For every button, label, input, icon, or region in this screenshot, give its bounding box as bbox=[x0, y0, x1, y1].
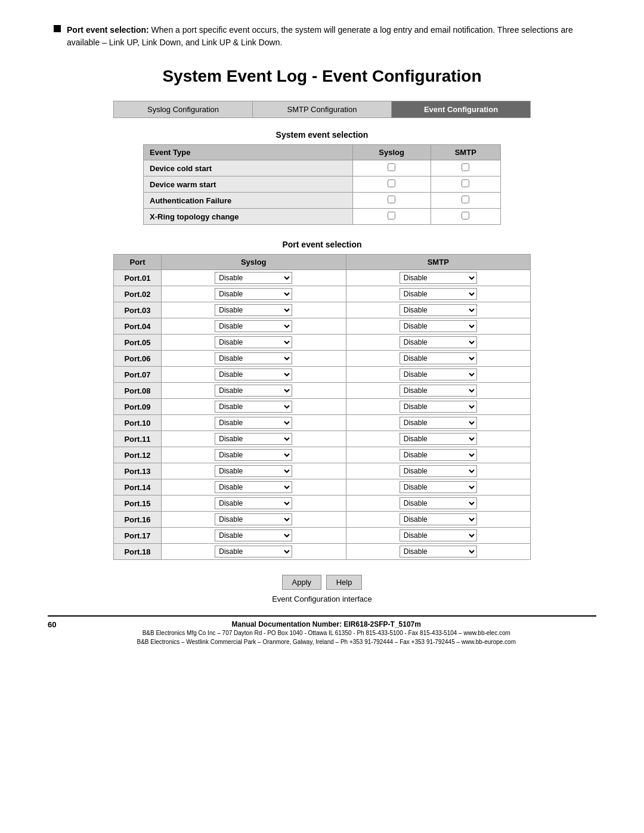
port-syslog-select[interactable]: DisableLink UPLink DownLink UP & Link Do… bbox=[215, 497, 292, 509]
port-smtp-cell: DisableLink UPLink DownLink UP & Link Do… bbox=[346, 431, 531, 447]
table-row: Port.02 DisableLink UPLink DownLink UP &… bbox=[114, 286, 531, 302]
port-syslog-select[interactable]: DisableLink UPLink DownLink UP & Link Do… bbox=[215, 336, 292, 348]
port-smtp-cell: DisableLink UPLink DownLink UP & Link Do… bbox=[346, 528, 531, 544]
table-row: Authentication Failure bbox=[144, 193, 501, 209]
port-smtp-cell: DisableLink UPLink DownLink UP & Link Do… bbox=[346, 286, 531, 302]
port-label: Port.02 bbox=[114, 286, 162, 302]
port-smtp-cell: DisableLink UPLink DownLink UP & Link Do… bbox=[346, 496, 531, 512]
port-syslog-cell: DisableLink UPLink DownLink UP & Link Do… bbox=[162, 286, 346, 302]
table-row: X-Ring topology change bbox=[144, 209, 501, 225]
tab-event-config[interactable]: Event Configuration bbox=[392, 101, 530, 117]
syslog-checkbox[interactable] bbox=[388, 196, 395, 203]
port-smtp-select[interactable]: DisableLink UPLink DownLink UP & Link Do… bbox=[400, 401, 477, 413]
port-label: Port.17 bbox=[114, 528, 162, 544]
help-button[interactable]: Help bbox=[326, 575, 363, 590]
syslog-checkbox[interactable] bbox=[388, 163, 395, 171]
port-smtp-select[interactable]: DisableLink UPLink DownLink UP & Link Do… bbox=[400, 352, 477, 364]
port-smtp-select[interactable]: DisableLink UPLink DownLink UP & Link Do… bbox=[400, 417, 477, 429]
table-row: Port.07 DisableLink UPLink DownLink UP &… bbox=[114, 367, 531, 383]
port-syslog-cell: DisableLink UPLink DownLink UP & Link Do… bbox=[162, 367, 346, 383]
port-syslog-select[interactable]: DisableLink UPLink DownLink UP & Link Do… bbox=[215, 272, 292, 284]
port-smtp-select[interactable]: DisableLink UPLink DownLink UP & Link Do… bbox=[400, 497, 477, 509]
port-syslog-cell: DisableLink UPLink DownLink UP & Link Do… bbox=[162, 399, 346, 415]
port-smtp-select[interactable]: DisableLink UPLink DownLink UP & Link Do… bbox=[400, 272, 477, 284]
port-syslog-select[interactable]: DisableLink UPLink DownLink UP & Link Do… bbox=[215, 481, 292, 493]
port-label: Port.08 bbox=[114, 383, 162, 399]
port-smtp-select[interactable]: DisableLink UPLink DownLink UP & Link Do… bbox=[400, 449, 477, 461]
port-syslog-col-header: Syslog bbox=[162, 255, 346, 270]
system-event-table: Event Type Syslog SMTP Device cold start… bbox=[143, 144, 501, 225]
port-label: Port.04 bbox=[114, 318, 162, 335]
port-smtp-cell: DisableLink UPLink DownLink UP & Link Do… bbox=[346, 383, 531, 399]
port-syslog-select[interactable]: DisableLink UPLink DownLink UP & Link Do… bbox=[215, 529, 292, 541]
syslog-checkbox[interactable] bbox=[388, 179, 395, 187]
port-syslog-cell: DisableLink UPLink DownLink UP & Link Do… bbox=[162, 463, 346, 479]
buttons-area: Apply Help bbox=[48, 575, 596, 590]
port-smtp-select[interactable]: DisableLink UPLink DownLink UP & Link Do… bbox=[400, 288, 477, 300]
port-syslog-select[interactable]: DisableLink UPLink DownLink UP & Link Do… bbox=[215, 352, 292, 364]
tab-syslog[interactable]: Syslog Configuration bbox=[114, 101, 253, 117]
intro-text: Port event selection: When a port specif… bbox=[67, 24, 596, 49]
port-smtp-select[interactable]: DisableLink UPLink DownLink UP & Link Do… bbox=[400, 385, 477, 397]
smtp-checkbox[interactable] bbox=[462, 212, 469, 219]
table-row: Device warm start bbox=[144, 176, 501, 193]
syslog-checkbox-cell bbox=[352, 209, 431, 225]
event-type-label: Device warm start bbox=[144, 176, 353, 193]
port-smtp-cell: DisableLink UPLink DownLink UP & Link Do… bbox=[346, 318, 531, 335]
port-syslog-select[interactable]: DisableLink UPLink DownLink UP & Link Do… bbox=[215, 546, 292, 558]
port-smtp-select[interactable]: DisableLink UPLink DownLink UP & Link Do… bbox=[400, 368, 477, 380]
footer-address-2: B&B Electronics – Westlink Commercial Pa… bbox=[56, 637, 596, 646]
port-syslog-select[interactable]: DisableLink UPLink DownLink UP & Link Do… bbox=[215, 368, 292, 380]
table-row: Port.11 DisableLink UPLink DownLink UP &… bbox=[114, 431, 531, 447]
table-row: Port.18 DisableLink UPLink DownLink UP &… bbox=[114, 544, 531, 560]
port-smtp-select[interactable]: DisableLink UPLink DownLink UP & Link Do… bbox=[400, 304, 477, 316]
smtp-checkbox[interactable] bbox=[462, 179, 469, 187]
port-syslog-select[interactable]: DisableLink UPLink DownLink UP & Link Do… bbox=[215, 449, 292, 461]
port-syslog-select[interactable]: DisableLink UPLink DownLink UP & Link Do… bbox=[215, 320, 292, 332]
port-syslog-select[interactable]: DisableLink UPLink DownLink UP & Link Do… bbox=[215, 385, 292, 397]
port-syslog-cell: DisableLink UPLink DownLink UP & Link Do… bbox=[162, 415, 346, 431]
port-syslog-select[interactable]: DisableLink UPLink DownLink UP & Link Do… bbox=[215, 401, 292, 413]
port-smtp-select[interactable]: DisableLink UPLink DownLink UP & Link Do… bbox=[400, 481, 477, 493]
smtp-checkbox-cell bbox=[431, 209, 501, 225]
syslog-col-header: Syslog bbox=[352, 145, 431, 160]
port-syslog-cell: DisableLink UPLink DownLink UP & Link Do… bbox=[162, 318, 346, 335]
port-smtp-cell: DisableLink UPLink DownLink UP & Link Do… bbox=[346, 415, 531, 431]
event-type-label: Authentication Failure bbox=[144, 193, 353, 209]
bullet-icon bbox=[54, 25, 61, 32]
port-label: Port.15 bbox=[114, 496, 162, 512]
port-syslog-select[interactable]: DisableLink UPLink DownLink UP & Link Do… bbox=[215, 417, 292, 429]
smtp-checkbox[interactable] bbox=[462, 196, 469, 203]
table-row: Port.08 DisableLink UPLink DownLink UP &… bbox=[114, 383, 531, 399]
table-row: Port.06 DisableLink UPLink DownLink UP &… bbox=[114, 351, 531, 367]
port-smtp-select[interactable]: DisableLink UPLink DownLink UP & Link Do… bbox=[400, 433, 477, 445]
event-type-label: Device cold start bbox=[144, 160, 353, 176]
intro-bold-label: Port event selection: bbox=[67, 25, 149, 35]
port-syslog-select[interactable]: DisableLink UPLink DownLink UP & Link Do… bbox=[215, 433, 292, 445]
footer-address-1: B&B Electronics Mfg Co Inc – 707 Dayton … bbox=[56, 628, 596, 637]
syslog-checkbox[interactable] bbox=[388, 212, 395, 219]
smtp-checkbox[interactable] bbox=[462, 163, 469, 171]
port-syslog-select[interactable]: DisableLink UPLink DownLink UP & Link Do… bbox=[215, 513, 292, 525]
port-smtp-select[interactable]: DisableLink UPLink DownLink UP & Link Do… bbox=[400, 320, 477, 332]
port-smtp-cell: DisableLink UPLink DownLink UP & Link Do… bbox=[346, 512, 531, 528]
port-smtp-select[interactable]: DisableLink UPLink DownLink UP & Link Do… bbox=[400, 465, 477, 477]
port-smtp-select[interactable]: DisableLink UPLink DownLink UP & Link Do… bbox=[400, 336, 477, 348]
apply-button[interactable]: Apply bbox=[282, 575, 322, 590]
table-row: Port.15 DisableLink UPLink DownLink UP &… bbox=[114, 496, 531, 512]
port-smtp-select[interactable]: DisableLink UPLink DownLink UP & Link Do… bbox=[400, 546, 477, 558]
port-smtp-cell: DisableLink UPLink DownLink UP & Link Do… bbox=[346, 335, 531, 351]
event-type-col-header: Event Type bbox=[144, 145, 353, 160]
tab-smtp[interactable]: SMTP Configuration bbox=[253, 101, 392, 117]
port-syslog-cell: DisableLink UPLink DownLink UP & Link Do… bbox=[162, 383, 346, 399]
smtp-col-header: SMTP bbox=[431, 145, 501, 160]
intro-section: Port event selection: When a port specif… bbox=[48, 24, 596, 49]
port-syslog-select[interactable]: DisableLink UPLink DownLink UP & Link Do… bbox=[215, 288, 292, 300]
intro-item-port-event: Port event selection: When a port specif… bbox=[54, 24, 596, 49]
port-syslog-select[interactable]: DisableLink UPLink DownLink UP & Link Do… bbox=[215, 304, 292, 316]
port-smtp-select[interactable]: DisableLink UPLink DownLink UP & Link Do… bbox=[400, 529, 477, 541]
port-label: Port.01 bbox=[114, 270, 162, 286]
port-syslog-select[interactable]: DisableLink UPLink DownLink UP & Link Do… bbox=[215, 465, 292, 477]
port-syslog-cell: DisableLink UPLink DownLink UP & Link Do… bbox=[162, 431, 346, 447]
port-smtp-select[interactable]: DisableLink UPLink DownLink UP & Link Do… bbox=[400, 513, 477, 525]
